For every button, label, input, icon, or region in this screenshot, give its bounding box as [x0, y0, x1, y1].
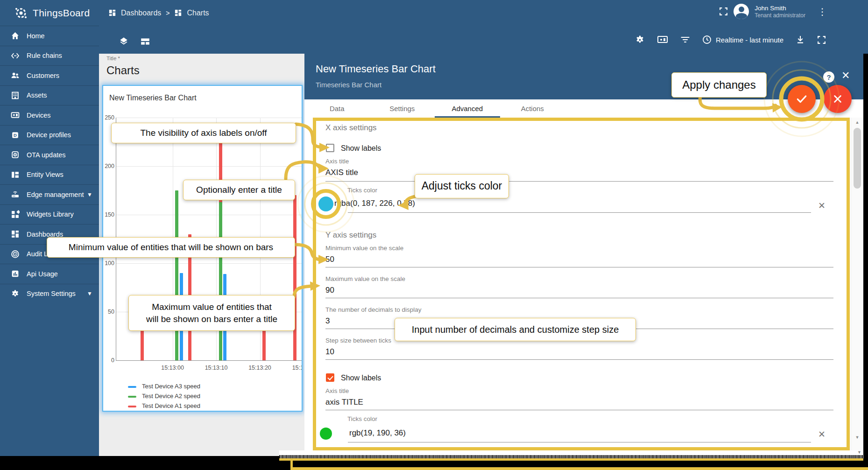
layout-icon[interactable] — [140, 36, 150, 47]
entities-display-icon[interactable] — [657, 35, 668, 44]
scrollbar-thumb[interactable] — [854, 128, 861, 189]
legend-swatch — [128, 396, 136, 398]
y-gridline — [116, 360, 303, 361]
dashboard-icon — [174, 9, 182, 17]
sidebar-item-label: Assets — [27, 91, 47, 99]
x-axis-title-label: Axis title — [325, 158, 349, 165]
chevron-down-icon: ▼ — [87, 290, 92, 297]
x-ticks-color-input[interactable]: rgba(0, 187, 226, 0.78) — [334, 199, 415, 208]
sidebar-item-api-usage[interactable]: Api Usage — [0, 264, 99, 284]
legend-item[interactable]: Test Device A3 speed — [128, 383, 200, 390]
tab-label: Advanced — [452, 105, 483, 112]
tab-data[interactable]: Data — [304, 99, 370, 118]
help-button[interactable]: ? — [823, 71, 834, 83]
scroll-up-icon[interactable]: ▲ — [851, 119, 863, 126]
x-tick-label: 15:13:20 — [244, 365, 276, 371]
audit-logs-icon — [11, 250, 20, 259]
highlight-border-right — [847, 118, 850, 450]
breadcrumb-separator: > — [166, 9, 169, 17]
sidebar-item-entity-views[interactable]: Entity Views — [0, 165, 99, 185]
sidebar-item-label: Entity Views — [27, 171, 64, 178]
y-tick-label: 150 — [103, 211, 114, 218]
y-ticks-color-input[interactable]: rgb(19, 190, 36) — [349, 428, 406, 438]
sidebar-item-customers[interactable]: Customers — [0, 65, 99, 85]
scroll-down-icon[interactable]: ▼ — [857, 450, 861, 455]
x-show-labels-checkbox[interactable] — [326, 144, 334, 152]
timewindow-button[interactable]: Realtime - last minute — [702, 35, 783, 44]
assets-icon — [11, 91, 20, 100]
sidebar-item-devices[interactable]: Devices — [0, 105, 99, 125]
y-step-input[interactable]: 10 — [325, 347, 334, 357]
callout-max-value: Maximum value of entities that will be s… — [128, 295, 295, 331]
callout-min-value: Minimum value of entities that will be s… — [47, 237, 295, 258]
x-ticks-color-swatch[interactable] — [318, 196, 333, 211]
breadcrumb-dashboards[interactable]: Dashboards — [121, 9, 161, 17]
layers-icon[interactable] — [119, 36, 129, 47]
apply-changes-button[interactable] — [788, 85, 816, 113]
settings-gear-icon[interactable] — [635, 35, 645, 45]
sidebar-item-rule-chains[interactable]: Rule chains — [0, 46, 99, 66]
legend-item[interactable]: Test Device A1 speed — [128, 402, 200, 409]
legend-item[interactable]: Test Device A2 speed — [128, 393, 200, 400]
y-gridline — [116, 215, 303, 215]
download-icon[interactable] — [796, 35, 805, 44]
rule-chains-icon — [11, 51, 20, 60]
y-decimals-input[interactable]: 3 — [325, 316, 330, 326]
panel-close-icon[interactable]: ✕ — [841, 70, 850, 81]
fullscreen-icon[interactable] — [719, 7, 728, 16]
panel-header: New Timeseries Bar Chart Timeseries Bar … — [304, 54, 863, 99]
sidebar-item-ota-updates[interactable]: OTA updates — [0, 145, 99, 165]
sidebar-item-label: OTA updates — [27, 151, 66, 159]
sidebar-item-widgets-library[interactable]: Widgets Library — [0, 204, 99, 224]
y-ticks-color-swatch[interactable] — [320, 428, 332, 440]
y-show-labels-checkbox[interactable] — [326, 373, 334, 382]
expand-icon[interactable] — [817, 35, 826, 44]
y-step-label: Step size between ticks — [325, 337, 391, 344]
tab-advanced[interactable]: Advanced — [435, 99, 500, 118]
x-axis-title-input[interactable]: AXIS title — [325, 168, 358, 177]
x-tick-label: 15:13:30 — [287, 365, 303, 371]
breadcrumb: Dashboards > Charts — [108, 0, 209, 26]
y-min-input[interactable]: 50 — [325, 255, 334, 264]
avatar[interactable] — [734, 4, 749, 19]
app-brand[interactable]: ThingsBoard — [13, 5, 90, 21]
callout-adjust-ticks-color: Adjust ticks color — [415, 174, 509, 198]
y-axis-title-label: Axis title — [325, 387, 349, 394]
timewindow-label: Realtime - last minute — [716, 36, 783, 44]
filter-icon[interactable] — [680, 36, 690, 43]
chart-bar-Test-Device-A1-speed — [293, 195, 296, 360]
devices-icon — [11, 111, 20, 119]
breadcrumb-charts[interactable]: Charts — [187, 9, 209, 17]
tab-label: Settings — [389, 105, 415, 112]
sidebar-item-label: Rule chains — [27, 52, 62, 59]
y-axis-title-input[interactable]: axis TITLE — [325, 398, 363, 407]
y-max-input[interactable]: 90 — [325, 286, 334, 295]
tab-actions[interactable]: Actions — [500, 99, 565, 118]
sidebar-item-edge-management[interactable]: Edge management▼ — [0, 184, 99, 204]
scroll-down-icon[interactable]: ▼ — [851, 434, 863, 441]
thingsboard-app: ThingsBoard Dashboards > Charts John Smi… — [0, 0, 868, 470]
sidebar-item-label: Home — [27, 32, 45, 40]
tab-settings[interactable]: Settings — [370, 99, 435, 118]
legend-label: Test Device A1 speed — [142, 402, 200, 409]
toolbar-actions: Realtime - last minute — [635, 26, 826, 54]
sidebar-item-home[interactable]: Home — [0, 26, 99, 46]
y-ticks-color-clear-icon[interactable]: ✕ — [816, 428, 827, 440]
legend-swatch — [128, 406, 136, 407]
y-step-underline — [325, 359, 833, 360]
sidebar-item-assets[interactable]: Assets — [0, 85, 99, 105]
chart-bar-Test-Device-A2-speed — [219, 202, 222, 360]
y-tick-label: 50 — [103, 309, 114, 315]
x-ticks-color-clear-icon[interactable]: ✕ — [816, 200, 827, 211]
x-ticks-color-underline — [348, 212, 811, 213]
panel-scrollbar[interactable]: ▲ ▼ — [851, 118, 863, 456]
sidebar-item-device-profiles[interactable]: DDevice profiles — [0, 125, 99, 145]
y-gridline — [116, 263, 303, 264]
right-edge-strip — [863, 54, 868, 470]
decline-changes-button[interactable] — [824, 85, 852, 113]
dashboard-title-label: Title * — [106, 56, 120, 61]
widget-edit-panel: New Timeseries Bar Chart Timeseries Bar … — [304, 54, 863, 470]
sidebar-item-system-settings[interactable]: System Settings▼ — [0, 284, 99, 304]
y-tick-label: 250 — [103, 114, 114, 121]
more-menu-icon[interactable]: ⋮ — [818, 7, 827, 16]
